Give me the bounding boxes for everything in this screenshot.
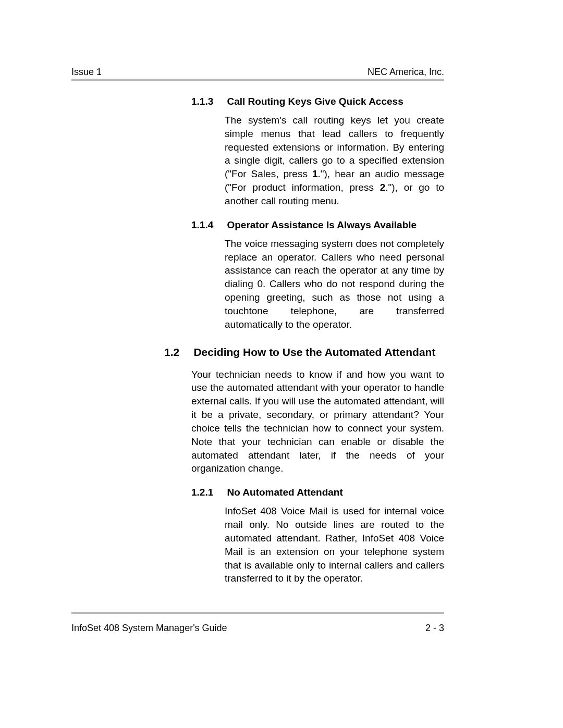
section-title: Operator Assistance Is Always Available [227,219,417,231]
section-number: 1.2.1 [191,487,225,498]
section-1-2-body: Your technician needs to know if and how… [191,368,444,476]
key-digit-2: 2 [380,182,386,193]
section-1-1-4-heading: 1.1.4 Operator Assistance Is Always Avai… [191,219,444,231]
footer-title: InfoSet 408 System Manager's Guide [71,623,227,634]
footer-rule [71,612,444,614]
section-1-2-heading: 1.2 Deciding How to Use the Automated At… [164,346,444,359]
section-1-2-1-body: InfoSet 408 Voice Mail is used for inter… [225,504,444,585]
section-number: 1.2 [164,346,191,359]
section-title: Deciding How to Use the Automated Attend… [193,346,435,359]
footer-page: 2 - 3 [425,623,444,634]
page: Issue 1 NEC America, Inc. 1.1.3 Call Rou… [0,0,563,728]
section-number: 1.1.4 [191,219,225,231]
body-column: 1.1.3 Call Routing Keys Give Quick Acces… [191,94,444,597]
section-1-1-3-body: The system's call routing keys let you c… [225,114,444,208]
key-digit-1: 1 [312,168,318,179]
section-1-1-3-heading: 1.1.3 Call Routing Keys Give Quick Acces… [191,96,444,107]
section-title: Call Routing Keys Give Quick Access [227,96,403,107]
header-issue: Issue 1 [71,67,102,78]
header-rule [71,79,444,81]
section-1-1-4-body: The voice messaging system does not comp… [225,237,444,331]
header-company: NEC America, Inc. [368,67,444,78]
section-title: No Automated Attendant [227,487,342,498]
section-1-2-1-heading: 1.2.1 No Automated Attendant [191,487,444,498]
section-number: 1.1.3 [191,96,225,107]
